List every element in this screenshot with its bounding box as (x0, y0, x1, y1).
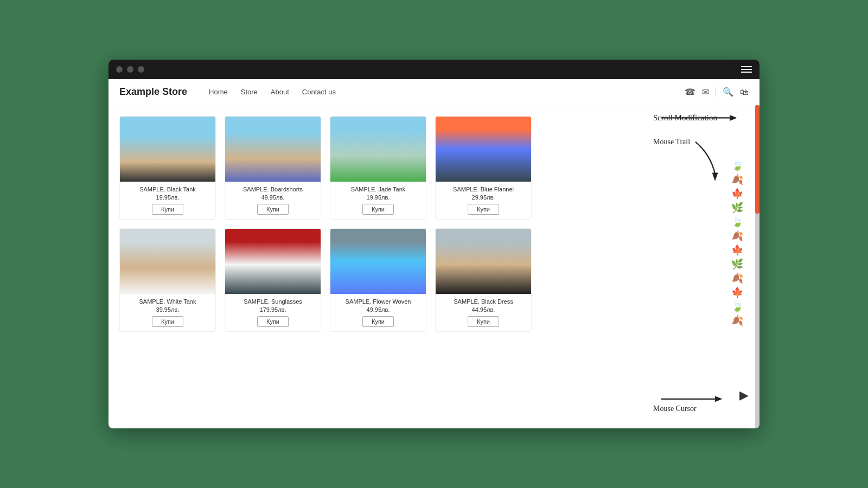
leaf-column: 🍃🍂🍁🌿🍃🍂🍁🌿🍂🍁🍃🍂 (731, 159, 743, 326)
product-price: 44.95лв. (440, 306, 527, 313)
product-info: SAMPLE. Flower Woven 49.95лв. Купи (330, 294, 426, 331)
product-image (436, 229, 531, 294)
close-dot[interactable] (116, 66, 123, 73)
buy-button[interactable]: Купи (468, 316, 499, 327)
nav-divider (716, 87, 716, 97)
product-info: SAMPLE. Black Tank 19.95лв. Купи (120, 182, 215, 219)
leaf-icon: 🍁 (731, 244, 743, 256)
mail-icon[interactable]: ✉ (702, 87, 709, 97)
leaf-icon: 🍂 (731, 272, 743, 284)
product-name: SAMPLE. Flower Woven (335, 298, 422, 305)
leaf-icon: 🌿 (731, 258, 743, 270)
mouse-cursor-label: Mouse Cursor (653, 403, 697, 413)
scroll-modification-label: Scroll Modification (653, 113, 717, 123)
leaf-icon: 🍂 (731, 174, 743, 185)
product-card: SAMPLE. Flower Woven 49.95лв. Купи (330, 228, 426, 332)
product-image (225, 229, 321, 294)
store-area: SAMPLE. Black Tank 19.95лв. Купи SAMPLE.… (108, 105, 651, 428)
buy-button[interactable]: Купи (468, 204, 499, 215)
svg-marker-1 (730, 115, 737, 121)
product-info: SAMPLE. Black Dress 44.95лв. Купи (436, 294, 531, 331)
product-price: 179.95лв. (229, 306, 316, 313)
product-image (330, 117, 426, 182)
product-info: SAMPLE. White Tank 39.95лв. Купи (120, 294, 215, 331)
product-price: 39.95лв. (124, 306, 211, 313)
product-price: 29.95лв. (440, 194, 527, 201)
window-controls (116, 66, 144, 73)
nav-link-home[interactable]: Home (209, 88, 228, 96)
product-name: SAMPLE. Blue Flannel (440, 186, 527, 192)
nav-link-store[interactable]: Store (241, 88, 258, 96)
buy-button[interactable]: Купи (257, 316, 289, 327)
leaf-icon: 🌿 (731, 202, 743, 214)
product-info: SAMPLE. Sunglasses 179.95лв. Купи (225, 294, 321, 331)
leaf-icon: 🍃 (731, 300, 743, 312)
product-card: SAMPLE. Jade Tank 19.95лв. Купи (330, 116, 426, 220)
product-name: SAMPLE. Black Dress (440, 298, 527, 305)
leaf-icon: 🍃 (731, 216, 743, 228)
maximize-dot[interactable] (138, 66, 144, 73)
product-info: SAMPLE. Boardshorts 49.95лв. Купи (225, 182, 321, 219)
buy-button[interactable]: Купи (152, 204, 183, 215)
product-image (436, 117, 531, 182)
search-icon[interactable]: 🔍 (723, 87, 733, 97)
phone-icon[interactable]: ☎ (685, 87, 695, 97)
product-name: SAMPLE. Sunglasses (229, 298, 316, 305)
product-card: SAMPLE. Boardshorts 49.95лв. Купи (225, 116, 321, 220)
nav-link-contact[interactable]: Contact us (302, 88, 336, 96)
product-card: SAMPLE. Black Tank 19.95лв. Купи (119, 116, 216, 220)
hamburger-menu[interactable] (741, 66, 752, 73)
site-brand[interactable]: Example Store (119, 86, 187, 98)
leaf-icon: 🍃 (731, 159, 743, 171)
cursor-icon: ▶ (739, 388, 749, 402)
nav-link-about[interactable]: About (271, 88, 289, 96)
buy-button[interactable]: Купи (152, 316, 183, 327)
leaf-icon: 🍁 (731, 188, 743, 200)
leaf-icon: 🍁 (731, 286, 743, 298)
buy-button[interactable]: Купи (362, 316, 394, 327)
product-image (330, 229, 426, 294)
nav-bar: Example Store Home Store About Contact u… (108, 79, 760, 105)
product-image (225, 117, 321, 182)
nav-icons: ☎ ✉ 🔍 🛍 (685, 87, 749, 97)
product-name: SAMPLE. Boardshorts (229, 186, 316, 192)
product-card: SAMPLE. White Tank 39.95лв. Купи (119, 228, 216, 332)
product-card: SAMPLE. Black Dress 44.95лв. Купи (435, 228, 532, 332)
product-price: 49.95лв. (335, 306, 422, 313)
annotation-area: Scroll Modification Mouse Trail 🍃🍂🍁🌿🍃🍂🍁🌿… (651, 105, 760, 428)
product-name: SAMPLE. Black Tank (124, 186, 211, 192)
main-content: SAMPLE. Black Tank 19.95лв. Купи SAMPLE.… (108, 105, 760, 428)
product-price: 49.95лв. (229, 194, 316, 201)
product-grid: SAMPLE. Black Tank 19.95лв. Купи SAMPLE.… (119, 116, 532, 332)
scrollbar-thumb[interactable] (755, 105, 760, 214)
product-card: SAMPLE. Blue Flannel 29.95лв. Купи (435, 116, 532, 220)
product-name: SAMPLE. White Tank (124, 298, 211, 305)
red-scrollbar[interactable] (755, 105, 760, 428)
browser-window: Example Store Home Store About Contact u… (108, 60, 760, 428)
product-price: 19.95лв. (124, 194, 211, 201)
product-image (120, 229, 215, 294)
product-info: SAMPLE. Blue Flannel 29.95лв. Купи (436, 182, 531, 219)
leaf-icon: 🍂 (731, 314, 743, 326)
cart-icon[interactable]: 🛍 (740, 87, 749, 97)
annotation-arrows (651, 105, 760, 428)
buy-button[interactable]: Купи (257, 204, 289, 215)
minimize-dot[interactable] (127, 66, 133, 73)
svg-marker-4 (715, 396, 723, 402)
mouse-trail-label: Mouse Trail (653, 137, 690, 146)
svg-marker-2 (712, 173, 718, 181)
nav-links: Home Store About Contact us (209, 88, 685, 96)
leaf-icon: 🍂 (731, 230, 743, 242)
title-bar (108, 60, 760, 79)
product-name: SAMPLE. Jade Tank (335, 186, 422, 192)
product-image (120, 117, 215, 182)
buy-button[interactable]: Купи (362, 204, 394, 215)
product-card: SAMPLE. Sunglasses 179.95лв. Купи (225, 228, 321, 332)
product-info: SAMPLE. Jade Tank 19.95лв. Купи (330, 182, 426, 219)
product-price: 19.95лв. (335, 194, 422, 201)
